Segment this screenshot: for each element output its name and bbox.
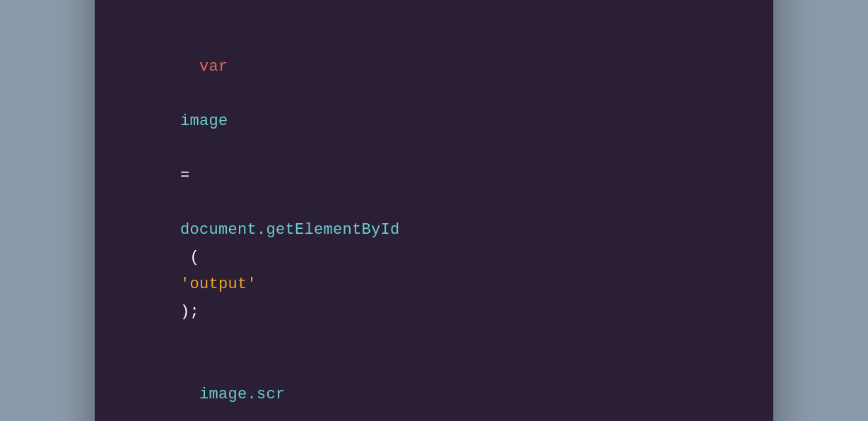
code-line-image-scr: image.scr = URL.createObjectURL (event.t…: [123, 355, 745, 422]
code-block: <script> var loadFile = function (event)…: [95, 0, 773, 421]
var-image: image: [180, 112, 228, 130]
equals-2: =: [180, 167, 190, 184]
image-scr: image.scr: [180, 386, 286, 403]
code-line-var-loadfile: var loadFile = function (event) {: [123, 0, 745, 25]
getelementbyid-call: document.getElementById: [180, 221, 400, 239]
string-output: 'output': [180, 275, 257, 293]
code-line-var-image: var image = document.getElementById ( 'o…: [123, 27, 745, 353]
code-window: <script> var loadFile = function (event)…: [95, 0, 773, 421]
keyword-var-2: var: [180, 58, 228, 76]
